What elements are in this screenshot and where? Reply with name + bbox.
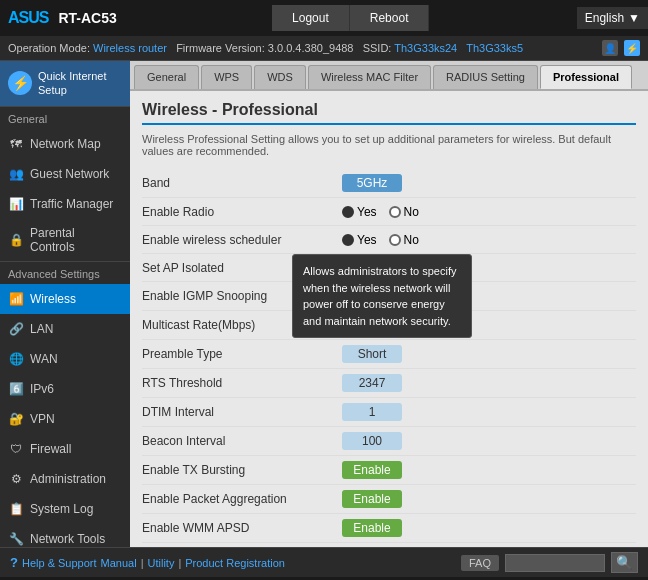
setting-row-preamble-type: Preamble Type Short <box>142 340 636 369</box>
setting-row-packet-aggregation: Enable Packet Aggregation Enable <box>142 485 636 514</box>
operation-mode-value[interactable]: Wireless router <box>93 42 167 54</box>
map-icon: 🗺 <box>8 136 24 152</box>
help-icon: ? <box>10 555 18 570</box>
utility-link[interactable]: Utility <box>148 557 175 569</box>
search-button[interactable]: 🔍 <box>611 552 638 573</box>
quick-setup-icon: ⚡ <box>8 71 32 95</box>
setting-row-band: Band 5GHz <box>142 169 636 198</box>
tab-professional[interactable]: Professional <box>540 65 632 89</box>
sidebar-item-wan[interactable]: 🌐 WAN <box>0 344 130 374</box>
setting-value-preamble-type: Short <box>342 345 636 363</box>
setting-row-ap-isolated: Set AP Isolated Yes No <box>142 254 636 282</box>
content-inner: Wireless - Professional Wireless Profess… <box>130 91 648 547</box>
sidebar-item-network-tools[interactable]: 🔧 Network Tools <box>0 524 130 547</box>
sidebar-item-network-map[interactable]: 🗺 Network Map <box>0 129 130 159</box>
setting-label-preamble-type: Preamble Type <box>142 347 342 361</box>
logout-button[interactable]: Logout <box>272 5 350 31</box>
setting-label-rts-threshold: RTS Threshold <box>142 376 342 390</box>
setting-row-wireless-scheduler: Enable wireless scheduler Yes No <box>142 226 636 254</box>
sidebar-item-label: LAN <box>30 322 53 336</box>
sidebar-item-wireless[interactable]: 📶 Wireless <box>0 284 130 314</box>
radio-yes-wireless-scheduler[interactable]: Yes <box>342 233 377 247</box>
setting-label-dtim-interval: DTIM Interval <box>142 405 342 419</box>
setting-value-packet-aggregation: Enable <box>342 490 636 508</box>
manual-link[interactable]: Manual <box>101 557 137 569</box>
quick-setup-label: Quick InternetSetup <box>38 69 106 98</box>
sidebar-section-general: General <box>0 106 130 129</box>
guest-icon: 👥 <box>8 166 24 182</box>
preamble-type-value: Short <box>342 345 402 363</box>
setting-value-wmm-apsd: Enable <box>342 519 636 537</box>
setting-row-rts-threshold: RTS Threshold 2347 <box>142 369 636 398</box>
sidebar-item-label: WAN <box>30 352 58 366</box>
sidebar-item-label: IPv6 <box>30 382 54 396</box>
tools-icon: 🔧 <box>8 531 24 547</box>
setting-value-band: 5GHz <box>342 174 636 192</box>
tab-wireless-mac-filter[interactable]: Wireless MAC Filter <box>308 65 431 89</box>
tab-bar: General WPS WDS Wireless MAC Filter RADI… <box>130 61 648 91</box>
setting-row-wmm-apsd: Enable WMM APSD Enable <box>142 514 636 543</box>
vpn-icon: 🔐 <box>8 411 24 427</box>
ssid-label: SSID: <box>363 42 392 54</box>
search-input[interactable] <box>505 554 605 572</box>
radio-dot-yes <box>342 234 354 246</box>
setting-row-beacon-interval: Beacon Interval 100 <box>142 427 636 456</box>
faq-button[interactable]: FAQ <box>461 555 499 571</box>
setting-label-packet-aggregation: Enable Packet Aggregation <box>142 492 342 506</box>
sidebar-item-label: Network Tools <box>30 532 105 546</box>
sidebar-item-label: Guest Network <box>30 167 109 181</box>
tab-radius-setting[interactable]: RADIUS Setting <box>433 65 538 89</box>
sidebar-item-parental-controls[interactable]: 🔒 Parental Controls <box>0 219 130 261</box>
sidebar-item-quick-setup[interactable]: ⚡ Quick InternetSetup <box>0 61 130 106</box>
sidebar-item-label: VPN <box>30 412 55 426</box>
setting-row-enable-radio: Enable Radio Yes No <box>142 198 636 226</box>
sidebar-item-label: Administration <box>30 472 106 486</box>
sidebar-item-label: Traffic Manager <box>30 197 113 211</box>
sidebar-item-firewall[interactable]: 🛡 Firewall <box>0 434 130 464</box>
rts-threshold-value: 2347 <box>342 374 402 392</box>
sub-header: Operation Mode: Wireless router Firmware… <box>0 36 648 61</box>
firmware-value: 3.0.0.4.380_9488 <box>268 42 354 54</box>
sidebar-section-advanced: Advanced Settings <box>0 261 130 284</box>
admin-icon: ⚙ <box>8 471 24 487</box>
wifi-icon: 📶 <box>8 291 24 307</box>
logo: ASUS RT-AC53 <box>0 9 125 27</box>
radio-no-wireless-scheduler[interactable]: No <box>389 233 419 247</box>
tab-wds[interactable]: WDS <box>254 65 306 89</box>
sidebar-item-vpn[interactable]: 🔐 VPN <box>0 404 130 434</box>
setting-label-tx-bursting: Enable TX Bursting <box>142 463 342 477</box>
tab-wps[interactable]: WPS <box>201 65 252 89</box>
reboot-button[interactable]: Reboot <box>350 5 430 31</box>
sidebar-item-traffic-manager[interactable]: 📊 Traffic Manager <box>0 189 130 219</box>
ssid-value2[interactable]: Th3G33ks5 <box>466 42 523 54</box>
help-support-link[interactable]: Help & Support <box>22 557 97 569</box>
radio-yes-enable-radio[interactable]: Yes <box>342 205 377 219</box>
traffic-icon: 📊 <box>8 196 24 212</box>
firewall-icon: 🛡 <box>8 441 24 457</box>
setting-label-beacon-interval: Beacon Interval <box>142 434 342 448</box>
product-registration-link[interactable]: Product Registration <box>185 557 285 569</box>
ssid-value1[interactable]: Th3G33ks24 <box>394 42 457 54</box>
header: ASUS RT-AC53 Logout Reboot English ▼ <box>0 0 648 36</box>
language-selector[interactable]: English ▼ <box>577 7 648 29</box>
sidebar-item-system-log[interactable]: 📋 System Log <box>0 494 130 524</box>
sidebar-item-ipv6[interactable]: 6️⃣ IPv6 <box>0 374 130 404</box>
syslog-icon: 📋 <box>8 501 24 517</box>
operation-mode-label: Operation Mode: <box>8 42 90 54</box>
sidebar-item-lan[interactable]: 🔗 LAN <box>0 314 130 344</box>
radio-no-enable-radio[interactable]: No <box>389 205 419 219</box>
tooltip-text: Allows administrators to specify when th… <box>303 265 456 327</box>
sidebar-item-administration[interactable]: ⚙ Administration <box>0 464 130 494</box>
setting-value-beacon-interval: 100 <box>342 432 636 450</box>
operation-mode-info: Operation Mode: Wireless router Firmware… <box>8 42 523 54</box>
setting-label-band: Band <box>142 176 342 190</box>
sub-header-icons: 👤 ⚡ <box>602 40 640 56</box>
sidebar-item-label: System Log <box>30 502 93 516</box>
sidebar-item-label: Wireless <box>30 292 76 306</box>
tab-general[interactable]: General <box>134 65 199 89</box>
setting-row-tx-power: Tx power adjustment Performance <box>142 543 636 547</box>
tooltip-wireless-scheduler: Allows administrators to specify when th… <box>292 254 472 338</box>
footer-right: FAQ 🔍 <box>461 552 638 573</box>
sidebar-item-guest-network[interactable]: 👥 Guest Network <box>0 159 130 189</box>
radio-group-wireless-scheduler: Yes No <box>342 233 419 247</box>
